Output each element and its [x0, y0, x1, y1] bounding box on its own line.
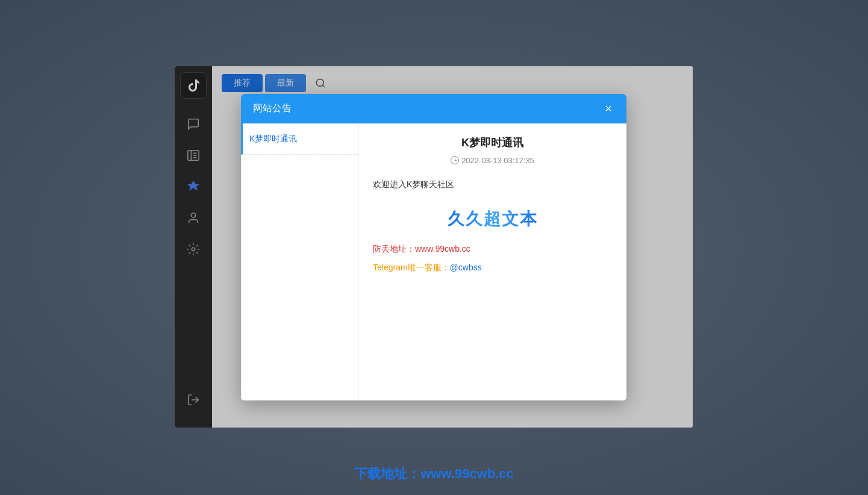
welcome-text: 欢迎进入K梦聊天社区	[373, 177, 612, 192]
modal-header: 网站公告 ×	[241, 94, 626, 123]
clock-icon	[451, 156, 459, 164]
modal-overlay: 网站公告 × K梦即时通讯 K梦即时通讯	[175, 66, 693, 428]
modal-body: K梦即时通讯 K梦即时通讯 2022-03-13 03:17:35	[241, 123, 626, 400]
modal-close-button[interactable]: ×	[602, 102, 614, 114]
anti-fraud-url: www.99cwb.cc	[415, 244, 470, 254]
notice-detail-date: 2022-03-13 03:17:35	[373, 156, 612, 165]
anti-fraud-line: 防丢地址：www.99cwb.cc	[373, 241, 612, 257]
notice-detail-title: K梦即时通讯	[373, 135, 612, 150]
bottom-watermark: 下载地址：www.99cwb.cc	[354, 465, 513, 483]
telegram-handle: @cwbss	[450, 263, 482, 272]
notice-brand: 久久超文本	[373, 204, 612, 234]
telegram-line: Telegram唯一客服：@cwbss	[373, 260, 612, 275]
notice-list-item[interactable]: K梦即时通讯	[241, 123, 358, 155]
anti-fraud-label: 防丢地址：	[373, 244, 415, 254]
notice-list: K梦即时通讯	[241, 123, 358, 400]
app-container: 推荐 最新 网站公告 ×	[175, 66, 693, 428]
notice-detail: K梦即时通讯 2022-03-13 03:17:35 欢迎进入K梦聊天社区 久久…	[358, 123, 626, 400]
announcement-modal: 网站公告 × K梦即时通讯 K梦即时通讯	[241, 94, 626, 400]
modal-title: 网站公告	[253, 102, 292, 115]
brand-name: 久久超文本	[448, 204, 538, 234]
telegram-label: Telegram唯一客服：	[373, 263, 450, 272]
notice-detail-content: 欢迎进入K梦聊天社区 久久超文本 防丢地址：www.99cwb.cc Teleg…	[373, 177, 612, 276]
main-content: 推荐 最新 网站公告 ×	[212, 66, 693, 428]
notice-list-item-title: K梦即时通讯	[249, 134, 297, 143]
